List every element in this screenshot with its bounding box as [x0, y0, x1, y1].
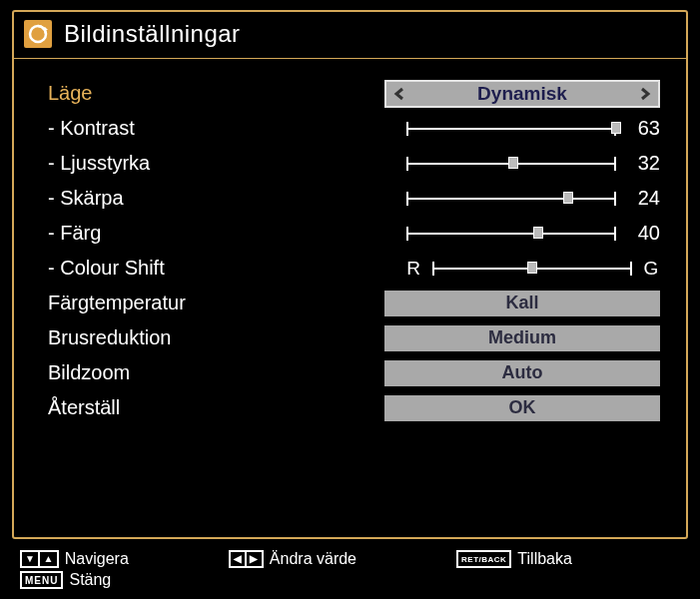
hint-change-label: Ändra värde [270, 550, 356, 568]
retback-key-icon: RET/BACK [456, 550, 511, 568]
colour-temp-value[interactable]: Kall [384, 291, 660, 316]
hint-back-label: Tillbaka [517, 550, 572, 568]
hint-close-label: Stäng [69, 571, 111, 589]
row-colour-temp[interactable]: Färgtemperatur Kall [48, 287, 660, 319]
label-reset: Återställ [48, 396, 348, 419]
hint-close: MENU Stäng [20, 571, 111, 589]
titlebar: Bildinställningar [14, 12, 686, 59]
row-mode[interactable]: Läge Dynamisk [48, 77, 660, 110]
hint-navigate: ▼ ▲ Navigera [20, 550, 129, 568]
label-brightness: - Ljusstyrka [48, 152, 348, 175]
colour-slider[interactable] [406, 225, 616, 243]
down-key-icon: ▼ [20, 550, 39, 568]
left-key-icon: ◀ [229, 550, 247, 568]
colour-shift-suffix: G [642, 258, 660, 280]
picture-settings-icon [24, 20, 52, 48]
label-sharpness: - Skärpa [48, 187, 348, 210]
row-sharpness[interactable]: - Skärpa 24 [48, 182, 660, 215]
up-key-icon: ▲ [39, 550, 58, 568]
row-reset[interactable]: Återställ OK [48, 391, 660, 424]
chevron-left-icon[interactable] [386, 82, 412, 106]
picture-zoom-value[interactable]: Auto [384, 360, 660, 386]
colour-value: 40 [626, 222, 660, 245]
label-contrast: - Kontrast [48, 117, 348, 140]
noise-reduction-value[interactable]: Medium [384, 325, 660, 351]
label-picture-zoom: Bildzoom [48, 361, 348, 384]
panel-title: Bildinställningar [64, 20, 241, 48]
row-colour-shift[interactable]: - Colour Shift R G [48, 252, 660, 285]
row-contrast[interactable]: - Kontrast 63 [48, 112, 660, 145]
contrast-slider[interactable] [406, 120, 616, 138]
reset-button[interactable]: OK [384, 395, 660, 421]
mode-selector[interactable]: Dynamisk [384, 80, 660, 108]
sharpness-value: 24 [626, 187, 660, 210]
menu-key-icon: MENU [20, 571, 63, 589]
right-key-icon: ▶ [246, 550, 264, 568]
brightness-value: 32 [626, 152, 660, 175]
settings-panel: Bildinställningar Läge Dynamisk - Kontra… [12, 10, 688, 539]
label-noise-reduction: Brusreduktion [48, 326, 348, 349]
settings-list: Läge Dynamisk - Kontrast [14, 59, 686, 436]
colour-shift-slider[interactable] [432, 260, 632, 278]
hint-navigate-label: Navigera [65, 550, 129, 568]
row-brightness[interactable]: - Ljusstyrka 32 [48, 147, 660, 180]
row-colour[interactable]: - Färg 40 [48, 217, 660, 250]
label-colour-shift: - Colour Shift [48, 257, 348, 280]
row-noise-reduction[interactable]: Brusreduktion Medium [48, 321, 660, 354]
mode-value: Dynamisk [412, 83, 632, 105]
colour-shift-prefix: R [404, 258, 422, 280]
chevron-right-icon[interactable] [632, 82, 658, 106]
contrast-value: 63 [626, 117, 660, 140]
hint-back: RET/BACK Tillbaka [456, 550, 572, 568]
footer-hints: ▼ ▲ Navigera ◀ ▶ Ändra värde RET/BACK Ti… [20, 550, 679, 589]
hint-change-value: ◀ ▶ Ändra värde [229, 550, 356, 568]
label-mode: Läge [48, 82, 348, 105]
label-colour: - Färg [48, 222, 348, 245]
brightness-slider[interactable] [406, 155, 616, 173]
label-colour-temp: Färgtemperatur [48, 292, 348, 314]
sharpness-slider[interactable] [406, 190, 616, 208]
row-picture-zoom[interactable]: Bildzoom Auto [48, 356, 660, 389]
